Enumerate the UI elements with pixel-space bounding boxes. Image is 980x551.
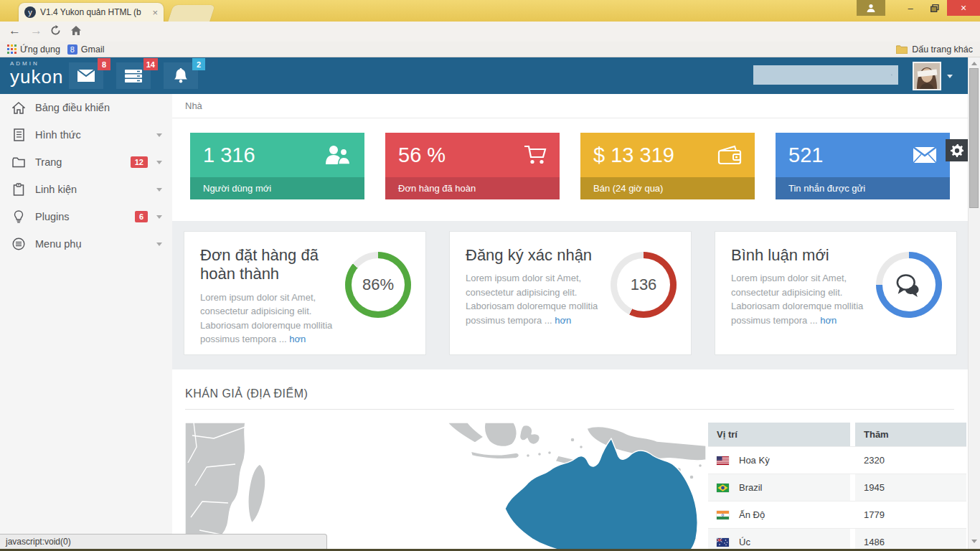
stat-value: $ 13 319 — [593, 143, 717, 167]
bookmark-gmail-label: Gmail — [81, 44, 105, 55]
panel-body-text: Lorem ipsum dolor sit Amet, consectetur … — [200, 292, 332, 345]
scrollbar-down-icon[interactable] — [971, 540, 977, 543]
restore-button[interactable] — [923, 0, 947, 16]
browser-profile-icon[interactable] — [857, 0, 885, 16]
browser-tab[interactable]: y V1.4 Yukon quản HTML (b × — [19, 3, 164, 22]
col-header-location[interactable]: Vị trí — [708, 423, 850, 446]
app-logo[interactable]: ADMIN yukon — [10, 61, 63, 86]
main-content: Nhà 1 316 Người dùng mới 56 % Đơn hàng đ… — [172, 94, 968, 551]
more-link[interactable]: hơn — [555, 315, 571, 326]
status-bar: javascript:void(0) — [0, 534, 327, 550]
sidebar-item-components[interactable]: Linh kiện — [0, 176, 172, 203]
envelope-icon — [77, 70, 95, 82]
stat-card-messages[interactable]: 521 Tin nhắn được gửi — [776, 133, 950, 199]
panel-title: Bình luận mới — [731, 246, 875, 265]
tasks-button[interactable]: 14 — [116, 62, 151, 89]
panel-body-text: Lorem ipsum dolor sit Amet, consectetur … — [731, 273, 863, 326]
tab-close-icon[interactable]: × — [152, 7, 158, 18]
progress-donut-red: 136 — [611, 252, 677, 318]
page-scrollbar[interactable] — [968, 57, 980, 549]
user-menu[interactable] — [913, 62, 953, 90]
pages-badge: 12 — [131, 156, 148, 168]
flag-us-icon — [717, 456, 729, 465]
sidebar-item-pages[interactable]: Trang 12 — [0, 149, 172, 176]
stat-card-orders[interactable]: 56 % Đơn hàng đã hoàn — [385, 133, 560, 199]
settings-gear-button[interactable] — [946, 139, 968, 161]
chevron-down-icon — [156, 161, 162, 164]
sidebar-label: Plugins — [35, 211, 135, 222]
messages-button[interactable]: 8 — [69, 62, 103, 89]
stat-label: Đơn hàng đã hoàn — [385, 177, 560, 199]
audience-section: KHÁN GIẢ (ĐỊA ĐIỂM) — [172, 369, 968, 551]
table-row[interactable]: Úc 1486 — [708, 528, 966, 551]
envelope-icon — [913, 146, 937, 164]
stat-card-sales[interactable]: $ 13 319 Bán (24 giờ qua) — [580, 133, 755, 199]
breadcrumb[interactable]: Nhà — [172, 94, 968, 118]
scrollbar-thumb[interactable] — [969, 68, 979, 208]
panel-completed-orders: Đơn đặt hàng đã hoàn thành Lorem ipsum d… — [184, 231, 426, 355]
flag-in-icon — [717, 511, 729, 519]
visits-value: 1945 — [855, 474, 966, 501]
folder-icon — [896, 45, 908, 54]
cart-icon — [524, 145, 547, 165]
stat-value: 521 — [788, 143, 913, 167]
home-icon[interactable] — [70, 25, 82, 39]
gear-icon — [951, 144, 963, 157]
chevron-down-icon — [156, 188, 162, 192]
comments-icon — [876, 252, 942, 318]
plugins-badge: 6 — [135, 211, 148, 222]
bookmarks-bar: Ứng dụng 8 Gmail Dấu trang khác — [0, 42, 980, 57]
apps-grid-icon — [7, 44, 17, 54]
tasks-badge: 14 — [143, 58, 158, 70]
sidebar-item-submenu[interactable]: Menu phụ — [0, 230, 172, 258]
more-link[interactable]: hơn — [289, 334, 306, 344]
donut-metric: 136 — [611, 252, 677, 318]
search-icon[interactable] — [891, 69, 892, 81]
stat-value: 1 316 — [203, 143, 324, 167]
refresh-icon[interactable] — [50, 25, 61, 39]
back-icon[interactable]: ← — [9, 24, 21, 38]
sidebar-label: Hình thức — [35, 129, 156, 141]
flag-br-icon — [717, 484, 729, 492]
sidebar-item-dashboard[interactable]: Bảng điều khiển — [0, 94, 172, 121]
more-link[interactable]: hơn — [820, 315, 837, 326]
table-row[interactable]: Ấn Độ 1779 — [708, 501, 966, 528]
visits-value: 1486 — [855, 529, 966, 551]
stat-value: 56 % — [398, 143, 524, 167]
panel-confirmed-signups: Đăng ký xác nhận Lorem ipsum dolor sit A… — [449, 231, 692, 355]
table-row[interactable]: Hoa Kỳ 2320 — [708, 446, 966, 474]
clipboard-icon — [11, 183, 26, 196]
sidebar-item-plugins[interactable]: Plugins 6 — [0, 203, 172, 230]
chevron-down-icon — [156, 215, 162, 219]
avatar[interactable] — [913, 62, 941, 90]
browser-toolbar: ← → ssh.drautogon.com/dashboard.html TA … — [0, 22, 980, 42]
sidebar-label: Menu phụ — [35, 238, 156, 250]
stats-row: 1 316 Người dùng mới 56 % Đơn hàng đã ho… — [172, 118, 968, 199]
bookmark-apps-label: Ứng dụng — [20, 44, 60, 55]
user-menu-caret-icon — [947, 75, 953, 78]
forward-icon[interactable]: → — [30, 24, 42, 38]
other-bookmarks-label: Dấu trang khác — [912, 44, 973, 55]
document-icon — [11, 128, 26, 141]
world-map[interactable] — [185, 423, 706, 551]
gmail-icon: 8 — [67, 44, 77, 55]
sidebar-item-forms[interactable]: Hình thức — [0, 121, 172, 149]
new-tab-button[interactable] — [168, 5, 215, 22]
home-icon — [11, 102, 26, 114]
bookmark-gmail[interactable]: 8 Gmail — [67, 44, 105, 55]
stat-card-users[interactable]: 1 316 Người dùng mới — [190, 133, 364, 199]
list-circle-icon — [11, 237, 26, 250]
col-header-visits[interactable]: Thăm — [855, 423, 966, 446]
scrollbar-up-icon[interactable] — [971, 62, 977, 65]
alerts-button[interactable]: 2 — [164, 62, 198, 89]
table-header: Vị trí Thăm — [708, 423, 966, 446]
bookmark-apps[interactable]: Ứng dụng — [7, 44, 60, 55]
minimize-button[interactable]: – — [898, 0, 923, 16]
search-input[interactable] — [753, 70, 891, 80]
table-row[interactable]: Brazil 1945 — [708, 474, 966, 501]
close-button[interactable]: × — [947, 0, 980, 16]
other-bookmarks[interactable]: Dấu trang khác — [896, 44, 973, 55]
navbar-search[interactable] — [753, 65, 898, 85]
logo-text: yukon — [10, 66, 63, 88]
map-region-africa — [185, 423, 245, 551]
